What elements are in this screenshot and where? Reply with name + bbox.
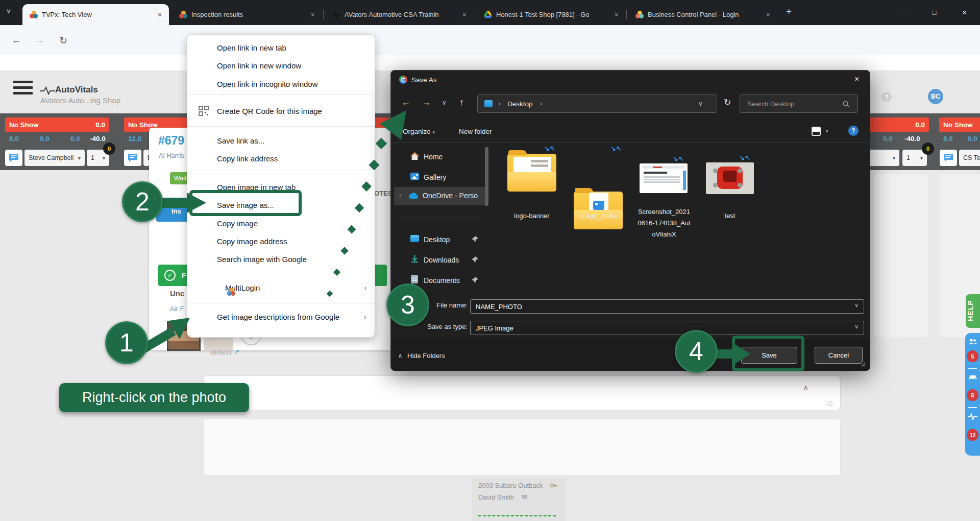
tab-close-icon[interactable]: × xyxy=(156,11,164,19)
view-options-icon[interactable] xyxy=(812,127,821,136)
chat-button[interactable] xyxy=(124,150,141,166)
file-label[interactable]: test xyxy=(699,212,761,220)
refresh-icon[interactable]: ↻ xyxy=(724,97,731,108)
photo-date: 03/06/23 xyxy=(210,349,231,356)
menu-item-open-link-incognito[interactable]: Open link in incognito window xyxy=(187,75,375,92)
sidebar-item-desktop[interactable]: Desktop xyxy=(424,235,450,244)
menu-item-copy-image-address[interactable]: Copy image address xyxy=(187,232,375,250)
file-folder-logo-banner[interactable] xyxy=(507,154,556,192)
downloads-icon xyxy=(410,254,419,263)
file-folder-snagit-broke[interactable] xyxy=(574,192,623,229)
nav-up-icon[interactable]: ↑ xyxy=(459,97,464,108)
forward-icon[interactable]: → xyxy=(32,32,48,49)
breadcrumb-location[interactable]: Desktop xyxy=(507,100,533,108)
organize-button[interactable]: Organize ▾ xyxy=(403,128,435,135)
tab-title: Honest-1 Test Shop [7881] - Go xyxy=(496,11,608,18)
sidebar-item-documents[interactable]: Documents xyxy=(424,276,460,285)
window-maximize-button[interactable]: □ xyxy=(919,0,949,25)
home-item-row[interactable] xyxy=(410,152,419,162)
avatar[interactable]: BC xyxy=(928,89,943,104)
help-button[interactable]: ? xyxy=(848,126,859,136)
dialog-close-icon[interactable]: × xyxy=(854,75,859,84)
sidebar-scrollbar[interactable] xyxy=(485,147,488,206)
new-folder-button[interactable]: New folder xyxy=(459,128,492,135)
menu-item-save-link-as[interactable]: Save link as... xyxy=(187,132,375,149)
menu-item-copy-image[interactable]: Copy image xyxy=(187,215,375,232)
tab-tvpx[interactable]: TVPx: Tech View × xyxy=(22,4,169,25)
chat-button[interactable] xyxy=(940,150,957,166)
file-name-dropdown-chevron-icon[interactable]: ∨ xyxy=(854,302,859,309)
save-type-dropdown-chevron-icon[interactable]: ∨ xyxy=(854,323,859,330)
resize-grip[interactable]: ◢ xyxy=(861,361,865,367)
resize-handle[interactable] xyxy=(827,401,833,407)
collapse-chevron-icon[interactable]: ∧ xyxy=(803,383,808,392)
search-input[interactable]: Search Desktop xyxy=(740,94,858,113)
tab-search-button[interactable]: ∨ xyxy=(6,7,11,15)
menu-item-search-image-google[interactable]: Search image with Google xyxy=(187,250,375,268)
tech-select[interactable]: CS Tech xyxy=(959,150,980,166)
file-image-test[interactable] xyxy=(706,162,754,194)
new-tab-button[interactable]: + xyxy=(786,6,792,17)
menu-item-open-image-new-tab[interactable]: Open image in new tab xyxy=(187,178,375,196)
window-close-button[interactable]: × xyxy=(949,0,979,25)
chat-button[interactable] xyxy=(5,150,22,166)
menu-item-open-link-new-tab[interactable]: Open link in new tab xyxy=(187,39,375,56)
bookmarks-bar: M Gmail Slack | general_avat... Zendes S… xyxy=(0,55,980,70)
file-label-line[interactable]: Screenshot_2021 xyxy=(628,208,700,216)
topic-link[interactable]: Air F xyxy=(170,305,184,313)
sidebar-item-downloads[interactable]: Downloads xyxy=(424,256,459,264)
tab-honest1[interactable]: Honest-1 Test Shop [7881] - Go × xyxy=(477,4,626,25)
tab-close-icon[interactable]: × xyxy=(309,11,317,19)
window-minimize-button[interactable]: — xyxy=(889,0,919,25)
view-caret-icon[interactable]: ▾ xyxy=(826,129,828,134)
file-label[interactable]: snagit_broke xyxy=(568,212,629,220)
menu-item-copy-link-address[interactable]: Copy link address xyxy=(187,150,375,167)
sidebar-item-onedrive-selected[interactable]: › OneDrive - Perso xyxy=(394,187,487,205)
file-label[interactable]: logo-banner xyxy=(501,212,562,220)
menu-separator xyxy=(187,94,375,95)
sidebar-item-home[interactable]: Home xyxy=(424,153,443,161)
tab-csa-training[interactable]: AVators Automotive CSA Trainin × xyxy=(325,4,474,25)
hide-folders-button[interactable]: Hide Folders xyxy=(407,352,445,360)
sidebar-item-gallery[interactable]: Gallery xyxy=(424,173,446,181)
save-button[interactable]: Save xyxy=(741,347,797,364)
address-dropdown-chevron-icon[interactable]: ∨ xyxy=(698,100,703,107)
file-image-screenshot[interactable] xyxy=(640,163,688,193)
notes-tab-fragment[interactable]: OTES xyxy=(374,190,392,197)
save-type-select[interactable]: JPEG Image xyxy=(470,321,864,335)
tab-close-icon[interactable]: × xyxy=(612,11,621,19)
bar-label: F xyxy=(182,271,186,279)
tab-business-control-panel[interactable]: Business Control Panel - Login × xyxy=(628,4,777,25)
help-icon[interactable]: ? xyxy=(881,92,892,102)
ro-number[interactable]: #679 xyxy=(158,134,184,148)
location-folder-icon xyxy=(484,100,493,107)
help-tab[interactable]: HELP xyxy=(966,294,980,328)
address-breadcrumb-bar[interactable]: › Desktop › ∨ xyxy=(477,94,717,113)
menu-item-open-link-new-window[interactable]: Open link in new window xyxy=(187,57,375,74)
cancel-button[interactable]: Cancel xyxy=(815,347,863,364)
tech-select[interactable]: Steve Campbell ▾ xyxy=(24,150,85,166)
back-icon[interactable]: ← xyxy=(8,32,24,49)
tab-close-icon[interactable]: × xyxy=(460,11,469,19)
nav-recent-chevron-icon[interactable]: ∨ xyxy=(442,99,447,106)
nav-forward-icon[interactable]: → xyxy=(422,97,431,108)
tab-close-icon[interactable]: × xyxy=(764,11,772,19)
share-icon[interactable]: ↗ xyxy=(234,348,239,356)
nav-back-icon[interactable]: ← xyxy=(401,97,410,108)
reload-icon[interactable]: ↻ xyxy=(55,32,71,49)
pin-icon xyxy=(472,256,478,263)
autovitals-logo-icon xyxy=(40,86,55,95)
step-2-badge: 2 xyxy=(122,181,163,222)
expander-chevron-icon[interactable]: › xyxy=(399,192,401,199)
menu-item-create-qr[interactable]: Create QR Code for this image xyxy=(187,102,375,120)
quick-access-tab[interactable]: 5 5 12 xyxy=(965,333,980,456)
divider xyxy=(391,143,870,143)
vehicle-card[interactable]: 2003 Subaru Outback David Smith ✉ xyxy=(472,478,566,521)
collapsed-panel: ∧ xyxy=(203,375,841,410)
menu-item-image-descriptions[interactable]: Get image descriptions from Google › xyxy=(187,308,375,325)
menu-item-multilogin[interactable]: MultiLogin › xyxy=(187,279,375,296)
tab-inspection-results[interactable]: Inspection results × xyxy=(172,4,322,25)
hamburger-menu-icon[interactable] xyxy=(13,81,33,94)
file-name-input[interactable]: NAME_PHOTO xyxy=(470,299,864,314)
menu-item-save-image-as[interactable]: Save image as... xyxy=(187,196,375,214)
